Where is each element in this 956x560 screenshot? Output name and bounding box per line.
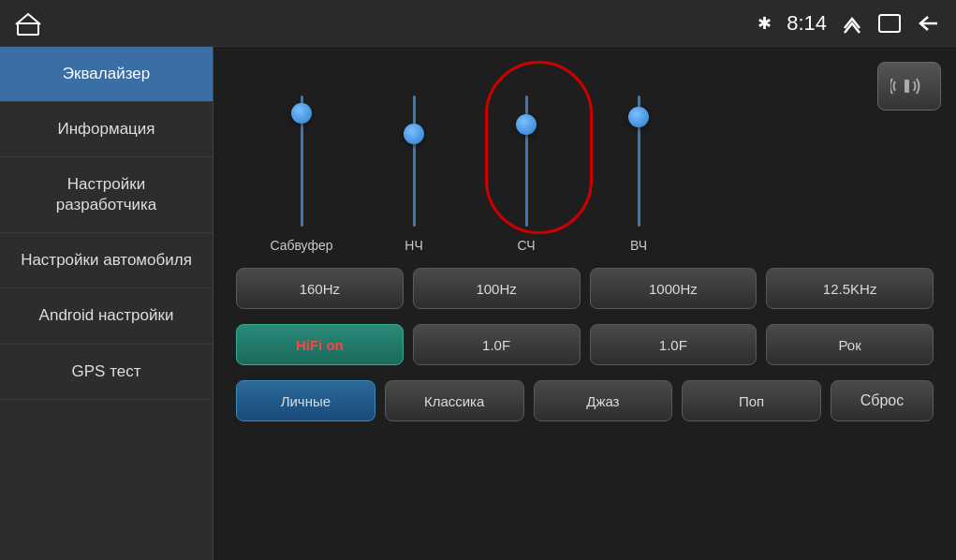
clock: 8:14 (787, 11, 827, 36)
sidebar-item-gps[interactable]: GPS тест (0, 345, 213, 400)
sidebar-item-car[interactable]: Настройки автомобиля (0, 233, 213, 288)
svg-rect-0 (18, 23, 38, 35)
sidebar-item-equalizer[interactable]: Эквалайзер (0, 47, 213, 102)
sound-button[interactable] (877, 62, 941, 111)
preset-personal-button[interactable]: Личные (236, 380, 375, 421)
slider-treble: ВЧ (582, 66, 695, 253)
sliders-section: Сабвуфер НЧ СЧ ВЧ (236, 66, 934, 253)
freq-btn-12500[interactable]: 12.5KHz (766, 268, 934, 309)
arrow-up-icon (842, 13, 862, 34)
preset-classic-button[interactable]: Классика (385, 380, 524, 421)
preset-pop-button[interactable]: Поп (682, 380, 821, 421)
slider-thumb-mid[interactable] (516, 114, 537, 135)
mode-buttons-row: HiFi on 1.0F 1.0F Рок (236, 324, 934, 365)
sound-waves-icon (890, 72, 928, 100)
home-icon[interactable] (15, 10, 41, 37)
bluetooth-icon: ✱ (757, 13, 772, 34)
slider-subwoofer: Сабвуфер (245, 66, 358, 253)
preset-jazz-button[interactable]: Джаз (534, 380, 673, 421)
status-bar: ✱ 8:14 (0, 0, 956, 47)
slider-track-subwoofer[interactable] (301, 96, 303, 227)
svg-rect-1 (879, 15, 900, 32)
reset-button[interactable]: Сброс (831, 380, 934, 421)
slider-label-mid: СЧ (518, 238, 536, 253)
slider-track-treble[interactable] (638, 96, 640, 227)
slider-thumb-bass[interactable] (404, 124, 424, 144)
crossover-rear-button[interactable]: 1.0F (590, 324, 757, 365)
sidebar-item-info[interactable]: Информация (0, 102, 213, 157)
slider-track-mid[interactable] (525, 96, 528, 227)
preset-rock-button[interactable]: Рок (766, 324, 934, 365)
freq-buttons-row: 160Hz 100Hz 1000Hz 12.5KHz (236, 268, 934, 309)
sidebar-item-android[interactable]: Android настройки (0, 288, 213, 344)
slider-mid: СЧ (470, 66, 582, 253)
status-left (15, 10, 41, 37)
sidebar-item-developer[interactable]: Настройки разработчика (0, 157, 213, 233)
window-icon[interactable] (877, 13, 902, 34)
slider-label-subwoofer: Сабвуфер (270, 238, 332, 253)
status-right: ✱ 8:14 (757, 11, 941, 36)
slider-label-bass: НЧ (404, 238, 422, 253)
crossover-front-button[interactable]: 1.0F (413, 324, 581, 365)
main-layout: Эквалайзер Информация Настройки разработ… (0, 47, 956, 560)
freq-btn-160[interactable]: 160Hz (236, 268, 404, 309)
svg-rect-3 (905, 80, 909, 93)
slider-label-treble: ВЧ (630, 238, 647, 253)
slider-bass: НЧ (358, 66, 470, 253)
freq-btn-100[interactable]: 100Hz (413, 268, 581, 309)
slider-thumb-treble[interactable] (628, 107, 649, 127)
back-icon[interactable] (917, 13, 941, 34)
sidebar: Эквалайзер Информация Настройки разработ… (0, 47, 213, 560)
slider-thumb-subwoofer[interactable] (291, 103, 312, 124)
content-area: Сабвуфер НЧ СЧ ВЧ (213, 47, 956, 560)
slider-track-bass[interactable] (413, 96, 416, 227)
preset-buttons-row: Личные Классика Джаз Поп Сброс (236, 380, 934, 421)
freq-btn-1000[interactable]: 1000Hz (590, 268, 757, 309)
hifi-button[interactable]: HiFi on (236, 324, 404, 365)
